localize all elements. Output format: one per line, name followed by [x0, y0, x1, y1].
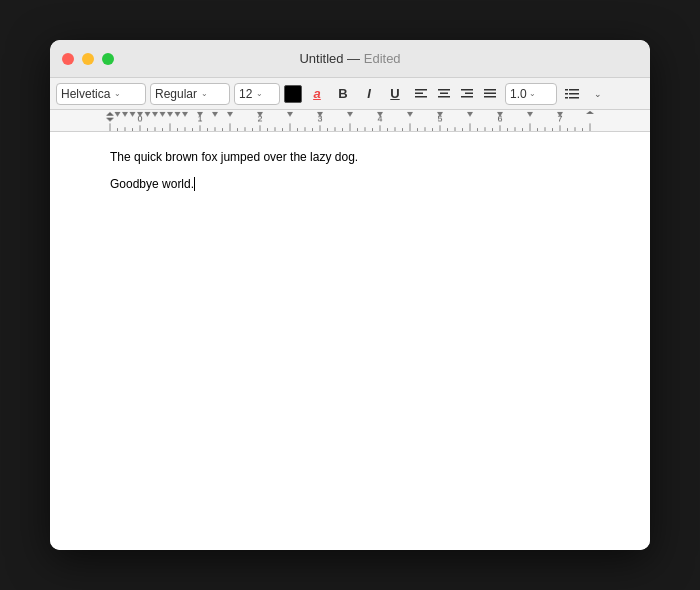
font-style-select[interactable]: Regular ⌄ [150, 83, 230, 105]
svg-rect-5 [438, 96, 450, 98]
editor-line-2: Goodbye world. [110, 175, 590, 194]
svg-rect-0 [415, 89, 427, 91]
svg-rect-9 [484, 89, 496, 91]
svg-rect-16 [565, 97, 568, 99]
svg-rect-6 [461, 89, 473, 91]
app-window: Untitled — Edited Helvetica ⌄ Regular ⌄ … [50, 40, 650, 550]
list-button[interactable] [561, 83, 583, 105]
align-right-button[interactable] [456, 83, 478, 105]
svg-rect-11 [484, 96, 496, 98]
text-cursor [194, 177, 195, 191]
ruler-canvas [50, 110, 650, 131]
ruler [50, 110, 650, 132]
align-center-button[interactable] [433, 83, 455, 105]
font-style-label: Regular [155, 87, 197, 101]
title-label: Untitled [299, 51, 343, 66]
align-justify-button[interactable] [479, 83, 501, 105]
bold-label: B [338, 86, 347, 101]
italic-label: I [367, 86, 371, 101]
font-family-select[interactable]: Helvetica ⌄ [56, 83, 146, 105]
traffic-lights [62, 53, 114, 65]
bold-button[interactable]: B [332, 83, 354, 105]
svg-rect-13 [569, 89, 579, 91]
italic-button[interactable]: I [358, 83, 380, 105]
close-button[interactable] [62, 53, 74, 65]
editor-area[interactable]: The quick brown fox jumped over the lazy… [50, 132, 650, 550]
minimize-button[interactable] [82, 53, 94, 65]
window-title: Untitled — Edited [299, 51, 400, 66]
underline-label: U [390, 86, 399, 101]
toolbar: Helvetica ⌄ Regular ⌄ 12 ⌄ a B I U [50, 78, 650, 110]
svg-rect-8 [461, 96, 473, 98]
svg-rect-15 [569, 93, 579, 95]
svg-rect-12 [565, 89, 568, 91]
line-spacing-select[interactable]: 1.0 ⌄ [505, 83, 557, 105]
svg-rect-7 [465, 92, 473, 94]
font-style-arrow-icon: ⌄ [201, 89, 208, 98]
editor-line-2-text: Goodbye world. [110, 177, 194, 191]
editor-line-1: The quick brown fox jumped over the lazy… [110, 148, 590, 167]
maximize-button[interactable] [102, 53, 114, 65]
highlight-button[interactable]: a [306, 83, 328, 105]
align-group [410, 83, 501, 105]
svg-rect-4 [440, 92, 448, 94]
font-size-label: 12 [239, 87, 252, 101]
list-arrow-button[interactable]: ⌄ [587, 83, 609, 105]
align-left-button[interactable] [410, 83, 432, 105]
svg-rect-10 [484, 92, 496, 94]
font-size-arrow-icon: ⌄ [256, 89, 263, 98]
svg-rect-14 [565, 93, 568, 95]
font-family-arrow-icon: ⌄ [114, 89, 121, 98]
svg-rect-3 [438, 89, 450, 91]
editor-content[interactable]: The quick brown fox jumped over the lazy… [110, 148, 590, 448]
svg-rect-1 [415, 92, 423, 94]
title-dash: — [347, 51, 360, 66]
highlight-label: a [313, 86, 320, 101]
text-color-swatch[interactable] [284, 85, 302, 103]
line-spacing-arrow-icon: ⌄ [529, 89, 536, 98]
font-size-select[interactable]: 12 ⌄ [234, 83, 280, 105]
title-bar: Untitled — Edited [50, 40, 650, 78]
font-family-label: Helvetica [61, 87, 110, 101]
line-spacing-label: 1.0 [510, 87, 527, 101]
svg-rect-17 [569, 97, 579, 99]
edited-badge: Edited [364, 51, 401, 66]
underline-button[interactable]: U [384, 83, 406, 105]
svg-rect-2 [415, 96, 427, 98]
